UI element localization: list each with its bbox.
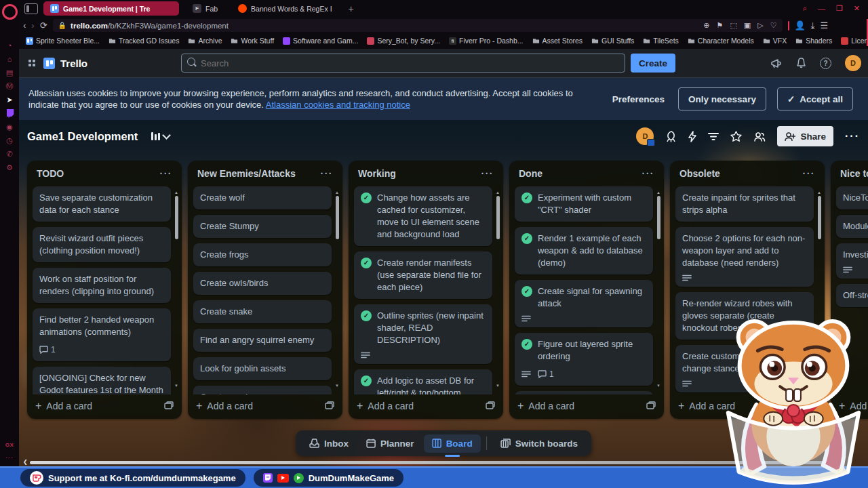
power-ups-rocket-icon[interactable] — [665, 131, 677, 142]
bottom-nav-planner[interactable]: Planner — [358, 434, 422, 453]
trello-card[interactable]: Create wolf — [193, 186, 332, 209]
trello-app-name[interactable]: Trello — [60, 58, 87, 69]
complete-check-icon[interactable]: ✓ — [361, 192, 372, 203]
board-view-switcher[interactable] — [151, 132, 170, 140]
bookmark-item[interactable]: Tracked GD Issues — [108, 37, 179, 45]
trello-card[interactable]: Save separate customization data for eac… — [33, 186, 171, 222]
list-menu-icon[interactable]: ··· — [803, 168, 816, 179]
create-button[interactable]: Create — [631, 54, 675, 73]
notifications-bell-icon[interactable] — [796, 58, 806, 68]
gx-store-icon[interactable]: ⌂ — [4, 54, 15, 64]
bookmark-item[interactable]: Sery_Bot, by Sery... — [367, 37, 440, 45]
automation-lightning-icon[interactable] — [688, 131, 696, 142]
app-switcher-icon[interactable] — [26, 57, 38, 69]
list-menu-icon[interactable]: ··· — [321, 168, 334, 179]
complete-check-icon[interactable]: ✓ — [521, 192, 532, 203]
scroll-down-icon[interactable]: ▼ — [656, 384, 660, 388]
bookmark-item[interactable]: GUI Stuffs — [591, 37, 634, 45]
scrollbar-thumb[interactable] — [30, 461, 827, 464]
add-card-button[interactable]: + Add a card — [357, 401, 414, 411]
board-menu-icon[interactable]: ··· — [845, 130, 860, 142]
lock-icon[interactable]: 🔒 — [58, 22, 66, 29]
trello-card[interactable]: Find better 2 handed weapon animations (… — [33, 308, 171, 361]
board-member-avatar[interactable]: D — [636, 127, 654, 145]
complete-check-icon[interactable]: ✓ — [361, 375, 372, 386]
list-scrollbar[interactable]: ▲▼ — [495, 190, 500, 388]
zoom-icon[interactable]: ⊕ — [703, 21, 709, 30]
back-icon[interactable]: ‹ — [23, 20, 26, 30]
trello-card[interactable]: Create owls/birds — [193, 272, 332, 295]
scroll-thumb[interactable] — [336, 196, 339, 239]
workspace-toggle-icon[interactable] — [24, 3, 38, 14]
gx-corner-icon[interactable]: GX — [5, 442, 14, 448]
speed-dial-icon[interactable]: ◔ — [4, 40, 15, 51]
trello-card[interactable]: Create mushroom enemy — [193, 386, 332, 394]
new-tab-button[interactable]: + — [349, 3, 354, 14]
list-scrollbar[interactable]: ▲▼ — [174, 190, 179, 388]
bottom-nav-inbox[interactable]: Inbox — [301, 434, 357, 453]
add-card-button[interactable]: + Add a card — [35, 401, 92, 411]
avatar[interactable]: D — [845, 55, 861, 71]
trello-logo-icon[interactable] — [43, 58, 55, 69]
bookmark-item[interactable]: Software and Gam... — [283, 37, 358, 45]
scroll-up-icon[interactable]: ▲ — [496, 190, 500, 195]
complete-check-icon[interactable]: ✓ — [521, 233, 532, 244]
help-icon[interactable]: ? — [820, 58, 831, 69]
minimize-button[interactable]: — — [818, 5, 825, 13]
cookie-notice-link[interactable]: Atlassian cookies and tracking notice — [266, 100, 410, 110]
create-from-template-icon[interactable] — [164, 401, 174, 411]
trello-card[interactable]: Modulo itself? k — [836, 215, 868, 238]
board-title[interactable]: Game1 Development — [27, 130, 138, 143]
mods-icon[interactable]: ▤ — [4, 67, 15, 78]
complete-check-icon[interactable]: ✓ — [521, 286, 532, 297]
trello-card[interactable]: ✓Experiment with custom "CRT" shader — [515, 186, 653, 222]
scroll-down-icon[interactable]: ▼ — [496, 384, 500, 388]
search-input[interactable] — [181, 54, 625, 73]
bookmark-item[interactable]: Shaders — [795, 37, 832, 45]
visibility-members-icon[interactable] — [753, 131, 766, 142]
megaphone-icon[interactable] — [771, 58, 783, 68]
snapshot-icon[interactable]: ⬚ — [730, 21, 736, 30]
scroll-up-icon[interactable]: ▲ — [174, 190, 178, 195]
scroll-up-icon[interactable]: ▲ — [335, 190, 339, 195]
forward-icon[interactable]: › — [31, 20, 34, 30]
star-icon[interactable] — [730, 131, 742, 142]
trello-card[interactable]: Find an angry squirrel enemy — [193, 329, 332, 352]
complete-check-icon[interactable]: ✓ — [361, 310, 372, 321]
trello-card[interactable]: Work on staff position for renders (clip… — [33, 268, 171, 303]
panels-icon[interactable]: ☰ — [821, 20, 829, 30]
add-card-button[interactable]: + Add a card — [196, 401, 253, 411]
trello-card[interactable]: ✓Outline sprites (new inpaint shader, RE… — [354, 304, 492, 364]
trello-card[interactable]: NiceToHave running list — [836, 186, 868, 209]
list-scrollbar[interactable]: ▲▼ — [656, 190, 661, 388]
bottom-nav-board[interactable]: Board — [424, 434, 481, 453]
bookmark-item[interactable]: Asset Stores — [532, 37, 583, 45]
create-from-template-icon[interactable] — [486, 401, 495, 411]
scroll-up-icon[interactable]: ▲ — [817, 190, 821, 195]
accept-all-button[interactable]: ✓Accept all — [777, 87, 853, 110]
search-tabs-icon[interactable]: ⌕ — [803, 4, 807, 13]
complete-check-icon[interactable]: ✓ — [361, 258, 372, 268]
list-menu-icon[interactable]: ··· — [481, 168, 494, 179]
url-bar[interactable]: 🔒 trello.com/b/KZkhF3Wa/game1-developmen… — [53, 19, 783, 32]
add-card-button[interactable]: + Add a card — [517, 401, 574, 411]
filter-icon[interactable] — [708, 132, 719, 141]
trello-card[interactable]: ✓Add logic to asset DB for left/right & … — [354, 369, 492, 394]
browser-tab[interactable]: Game1 Development | Tre — [43, 1, 179, 16]
browser-tab[interactable]: Banned Words & RegEx I — [231, 1, 338, 16]
create-from-template-icon[interactable] — [325, 401, 334, 411]
bookmark-item[interactable]: Archive — [188, 37, 222, 45]
trello-card[interactable]: ✓Render 1 example of each weapon & add t… — [515, 227, 653, 274]
trello-card[interactable]: Create frogs — [193, 243, 332, 266]
scroll-thumb[interactable] — [175, 196, 178, 239]
bookmark-item[interactable]: TileSets — [643, 37, 679, 45]
bottom-nav-switch-boards[interactable]: Switch boards — [492, 434, 586, 453]
opera-gx-logo-icon[interactable] — [2, 4, 18, 20]
messenger-icon[interactable]: Ⓜ — [4, 81, 15, 92]
create-from-template-icon[interactable] — [646, 401, 656, 411]
downloads-icon[interactable]: ⤓ — [811, 20, 815, 31]
maximize-button[interactable]: ❐ — [836, 4, 843, 13]
scroll-up-icon[interactable]: ▲ — [656, 190, 660, 195]
reader-icon[interactable]: ▣ — [744, 21, 751, 30]
trello-card[interactable]: ✓Create render manifests (use separate b… — [354, 251, 492, 299]
